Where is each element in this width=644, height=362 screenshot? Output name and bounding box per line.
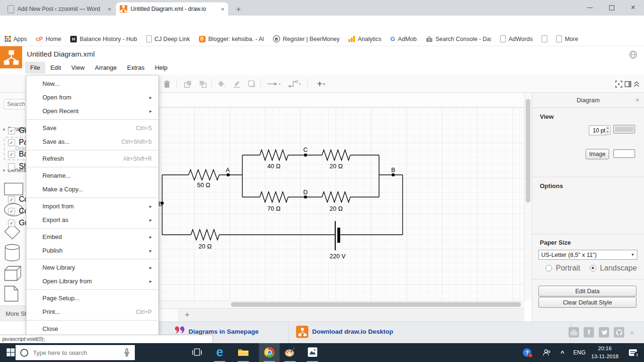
bookmark-more[interactable]: More (556, 35, 578, 42)
add-page-button[interactable]: + (182, 309, 193, 321)
file-menu-new-library[interactable]: New Library▸ (26, 261, 158, 274)
circuit-diagram[interactable]: A B C D E 50 Ω 40 Ω 20 Ω 70 Ω 20 Ω 20 Ω … (159, 93, 524, 301)
taskbar-search-box[interactable] (16, 345, 135, 360)
collapse-toolbar-icon[interactable] (631, 79, 642, 89)
paint-taskbar-icon[interactable] (280, 343, 300, 361)
file-menu-close[interactable]: Close (26, 322, 158, 336)
file-menu-print[interactable]: Print...Ctrl+P (26, 305, 158, 319)
file-menu-publish[interactable]: Publish▸ (26, 244, 158, 257)
file-menu-embed[interactable]: Embed▸ (26, 230, 158, 244)
horizontal-scrollbar-thumb[interactable] (231, 302, 521, 307)
shape-cylinder[interactable] (4, 243, 21, 264)
menu-arrange[interactable]: Arrange (90, 62, 122, 74)
shadow-checkbox[interactable] (8, 163, 15, 170)
current-page-tab[interactable] (159, 309, 178, 321)
file-menu-open-recent[interactable]: Open Recent▸ (26, 104, 158, 118)
github-icon[interactable] (614, 327, 624, 337)
background-checkbox[interactable]: ✓ (8, 151, 15, 158)
photos-taskbar-icon[interactable] (302, 343, 323, 361)
bookmark-blogger[interactable]: B Blogger: kehsiba. - Al (199, 36, 264, 42)
download-desktop-link[interactable]: Download draw.io Desktop (312, 328, 393, 335)
shadow-button[interactable] (246, 79, 257, 89)
bookmark-cpanel-home[interactable]: cP Home (36, 36, 61, 42)
to-front-button[interactable] (182, 79, 193, 89)
tray-overflow-chevron[interactable]: ^ (556, 343, 569, 362)
bookmark-analytics[interactable]: Analytics (348, 36, 381, 42)
file-menu-open-from[interactable]: Open from▸ (26, 90, 158, 104)
file-menu-import-from[interactable]: Import from▸ (26, 199, 158, 213)
to-back-button[interactable] (197, 79, 208, 89)
chrome-taskbar-icon[interactable] (259, 343, 280, 361)
menu-view[interactable]: View (66, 62, 90, 74)
action-center-icon[interactable]: 3 (623, 343, 642, 362)
menu-edit[interactable]: Edit (45, 62, 66, 74)
file-menu-open-library-from[interactable]: Open Library from▸ (26, 274, 158, 288)
shape-cube[interactable] (4, 265, 22, 283)
grid-size-stepper[interactable]: ▲▼ (605, 125, 611, 135)
window-minimize-button[interactable]: — (579, 0, 601, 15)
grid-color-swatch[interactable] (613, 125, 635, 133)
new-tab-button[interactable]: + (233, 4, 244, 15)
vertical-scrollbar-thumb[interactable] (526, 99, 530, 203)
guides-checkbox[interactable]: ✓ (8, 220, 15, 227)
file-menu-make-a-copy[interactable]: Make a Copy... (26, 182, 158, 196)
connection-arrows-checkbox[interactable]: ✓ (8, 196, 15, 203)
file-explorer-taskbar-icon[interactable] (233, 343, 254, 361)
connection-points-checkbox[interactable]: ✓ (8, 208, 15, 215)
page-view-checkbox[interactable]: ✓ (8, 139, 15, 146)
file-menu-rename[interactable]: Rename... (26, 169, 158, 182)
delete-button[interactable] (161, 79, 173, 89)
taskbar-search-input[interactable] (32, 349, 109, 357)
portrait-radio[interactable] (545, 265, 552, 272)
menu-file[interactable]: File (25, 62, 45, 74)
language-indicator[interactable]: ENG (570, 343, 588, 362)
menu-help[interactable]: Help (149, 62, 173, 74)
language-icon[interactable] (629, 50, 637, 61)
bookmark-untitled[interactable] (542, 35, 547, 42)
fill-color-button[interactable] (216, 79, 227, 89)
grid-size-input[interactable] (589, 125, 607, 135)
shape-note[interactable] (4, 285, 19, 304)
paper-size-select[interactable]: US-Letter (8,5" x 11") ▼ (538, 250, 637, 260)
task-view-button[interactable] (187, 343, 207, 361)
window-maximize-button[interactable] (601, 0, 622, 15)
file-menu-export-as[interactable]: Export as▸ (26, 213, 158, 227)
waypoint-style-button[interactable]: ▾ (286, 79, 304, 89)
bookmark-search-console[interactable]: Search Console - Das (426, 36, 491, 42)
bookmark-apps[interactable]: Apps (5, 36, 27, 42)
taskbar-clock[interactable]: 20:16 13-11-2018 (590, 345, 619, 361)
bookmark-balance-history[interactable]: H Balance History - Hub (70, 36, 137, 42)
tab-close-icon[interactable]: × (221, 6, 224, 13)
file-menu-refresh[interactable]: RefreshAlt+Shift+R (26, 152, 158, 165)
background-image-button[interactable]: Image (586, 149, 609, 159)
landscape-radio[interactable] (590, 265, 596, 272)
edge-taskbar-icon[interactable]: e (209, 343, 230, 361)
diagram-canvas[interactable]: A B C D E 50 Ω 40 Ω 20 Ω 70 Ω 20 Ω 20 Ω … (159, 93, 524, 301)
edit-data-button[interactable]: Edit Data (538, 286, 636, 296)
tab-close-icon[interactable]: × (107, 6, 111, 13)
youtube-icon[interactable]: YouTube (569, 327, 579, 337)
format-panel-tab-diagram[interactable]: Diagram × (532, 93, 644, 108)
file-menu-save[interactable]: SaveCtrl+S (26, 121, 158, 135)
samepage-link[interactable]: Diagrams in Samepage (189, 328, 259, 335)
clear-default-style-button[interactable]: Clear Default Style (538, 297, 636, 308)
file-menu-save-as[interactable]: Save as...Ctrl+Shift+S (26, 135, 158, 148)
get-help-tray-icon[interactable]: ? (519, 343, 536, 362)
bookmark-cj-deep-link[interactable]: CJ Deep Link (146, 35, 190, 42)
browser-tab-wordpress[interactable]: Add New Post ‹ zzoomit — Word × (4, 2, 115, 16)
bookmark-admob[interactable]: G AdMob (390, 35, 417, 42)
facebook-icon[interactable]: f (584, 327, 594, 337)
connection-style-button[interactable]: ▾ (265, 79, 283, 89)
banner-close-icon[interactable]: × (630, 329, 634, 337)
menu-extras[interactable]: Extras (122, 62, 150, 74)
twitter-icon[interactable] (599, 327, 609, 337)
bookmark-adwords[interactable]: AdWords (500, 35, 533, 42)
background-color-swatch[interactable] (613, 149, 635, 158)
microphone-icon[interactable] (124, 348, 130, 357)
file-menu-new[interactable]: New... (26, 77, 158, 90)
line-color-button[interactable] (231, 79, 242, 89)
people-tray-icon[interactable] (539, 343, 553, 362)
browser-tab-drawio[interactable]: Untitled Diagram.xml - draw.io × (116, 2, 228, 16)
bookmark-beermoney[interactable]: B Register | BeerMoney (273, 35, 340, 42)
file-menu-page-setup[interactable]: Page Setup... (26, 291, 158, 305)
